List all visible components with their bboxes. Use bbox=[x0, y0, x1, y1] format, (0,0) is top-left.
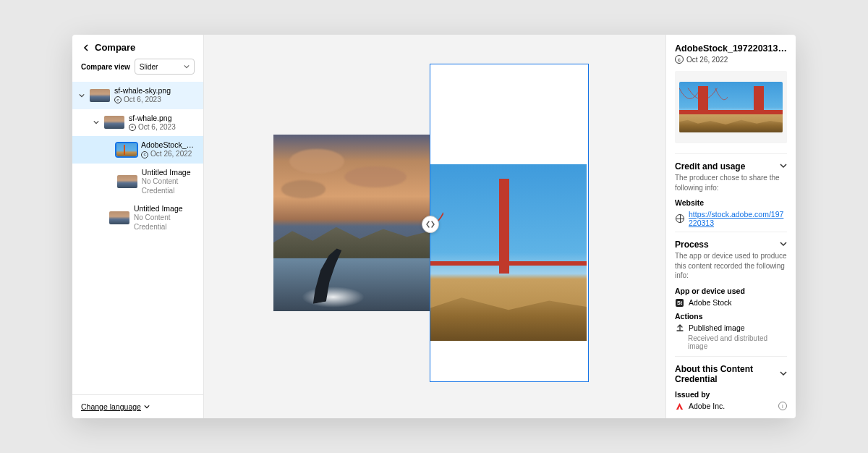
change-language-link[interactable]: Change language bbox=[81, 402, 150, 411]
adobe-logo-icon bbox=[675, 402, 684, 411]
credential-badge-icon: c bbox=[675, 55, 684, 64]
action-name: Published image bbox=[689, 323, 745, 332]
tree-item-sub: No Content Credential bbox=[142, 177, 197, 195]
compare-view-select[interactable]: Slider bbox=[135, 59, 195, 75]
actions-label: Actions bbox=[675, 312, 787, 321]
slider-handle[interactable] bbox=[422, 216, 439, 233]
tree-item-title: Untitled Image bbox=[142, 168, 197, 177]
compare-right-frame bbox=[430, 64, 589, 382]
chevron-down-icon bbox=[780, 369, 787, 379]
app-row: St Adobe Stock bbox=[675, 298, 787, 308]
thumbnail bbox=[117, 175, 137, 188]
compare-canvas bbox=[204, 35, 665, 418]
credit-desc: The producer chose to share the followin… bbox=[675, 173, 787, 192]
process-desc: The app or device used to produce this c… bbox=[675, 251, 787, 281]
publish-icon bbox=[675, 323, 684, 333]
chevron-down-icon bbox=[780, 240, 787, 250]
tree-item-sub: cOct 6, 2023 bbox=[129, 123, 176, 132]
compare-left-image bbox=[273, 135, 430, 311]
chevron-down-icon bbox=[780, 161, 787, 172]
action-sub: Received and distributed image bbox=[688, 334, 787, 350]
thumbnail bbox=[104, 116, 124, 129]
chevron-down-icon bbox=[93, 119, 100, 125]
thumbnail bbox=[116, 143, 137, 156]
tree-item[interactable]: sf-whale.pngcOct 6, 2023 bbox=[72, 109, 203, 137]
thumbnail bbox=[90, 89, 110, 102]
tree-item[interactable]: sf-whale-sky.pngcOct 6, 2023 bbox=[72, 82, 203, 109]
adobe-stock-icon: St bbox=[675, 298, 684, 308]
website-link[interactable]: https://stock.adobe.com/197220313 bbox=[689, 210, 787, 227]
tree-item-title: sf-whale.png bbox=[129, 114, 176, 123]
compare-view-value: Slider bbox=[140, 63, 158, 71]
details-date: Oct 26, 2022 bbox=[686, 56, 728, 64]
credit-section-header[interactable]: Credit and usage bbox=[675, 153, 787, 172]
details-title: AdobeStock_197220313.jpeg bbox=[675, 43, 787, 54]
sidebar-footer: Change language bbox=[72, 394, 203, 418]
chevron-down-icon bbox=[184, 63, 190, 71]
compare-view-label: Compare view bbox=[81, 63, 130, 71]
details-preview bbox=[675, 71, 787, 143]
tree-item-sub: cOct 6, 2023 bbox=[114, 96, 171, 105]
credential-badge-icon: c bbox=[141, 151, 148, 158]
asset-tree: sf-whale-sky.pngcOct 6, 2023sf-whale.png… bbox=[72, 82, 203, 394]
issued-by-label: Issued by bbox=[675, 390, 787, 399]
app-label: App or device used bbox=[675, 287, 787, 295]
process-section-header[interactable]: Process bbox=[675, 232, 787, 250]
chevron-down-icon bbox=[78, 93, 85, 98]
tree-item-title: sf-whale-sky.png bbox=[114, 86, 171, 96]
credential-badge-icon: c bbox=[129, 124, 136, 131]
sidebar-header: Compare bbox=[72, 35, 203, 59]
chevron-down-icon bbox=[144, 404, 150, 410]
info-icon[interactable]: i bbox=[778, 402, 787, 410]
sidebar-title: Compare bbox=[95, 42, 135, 53]
tree-item-sub: No Content Credential bbox=[134, 213, 197, 232]
compare-sidebar: Compare Compare view Slider sf-whale-sky… bbox=[72, 35, 204, 418]
app-name: Adobe Stock bbox=[689, 298, 732, 307]
back-icon[interactable] bbox=[81, 43, 90, 52]
globe-icon bbox=[675, 214, 684, 224]
details-panel: AdobeStock_197220313.jpeg c Oct 26, 2022 bbox=[665, 35, 796, 418]
tree-item-sub: cOct 26, 2022 bbox=[141, 150, 197, 159]
app-window: Compare Compare view Slider sf-whale-sky… bbox=[72, 35, 796, 418]
issued-by: Adobe Inc. bbox=[689, 402, 725, 410]
tree-item-title: AdobeStock_197220313.jp.. bbox=[141, 140, 197, 150]
about-section-header[interactable]: About this Content Credential bbox=[675, 356, 787, 384]
action-row: Published image bbox=[675, 323, 787, 333]
tree-item[interactable]: AdobeStock_197220313.jp..cOct 26, 2022 bbox=[72, 136, 203, 164]
details-date-row: c Oct 26, 2022 bbox=[675, 55, 787, 64]
issued-by-row: Adobe Inc. i bbox=[675, 402, 787, 411]
website-label: Website bbox=[675, 198, 787, 207]
tree-item[interactable]: Untitled ImageNo Content Credential bbox=[72, 200, 203, 236]
tree-item-title: Untitled Image bbox=[134, 204, 197, 213]
compare-view-row: Compare view Slider bbox=[72, 59, 203, 82]
website-row: https://stock.adobe.com/197220313 bbox=[675, 210, 787, 227]
tree-item[interactable]: Untitled ImageNo Content Credential bbox=[72, 164, 203, 200]
credential-badge-icon: c bbox=[114, 96, 122, 103]
thumbnail bbox=[109, 211, 129, 224]
